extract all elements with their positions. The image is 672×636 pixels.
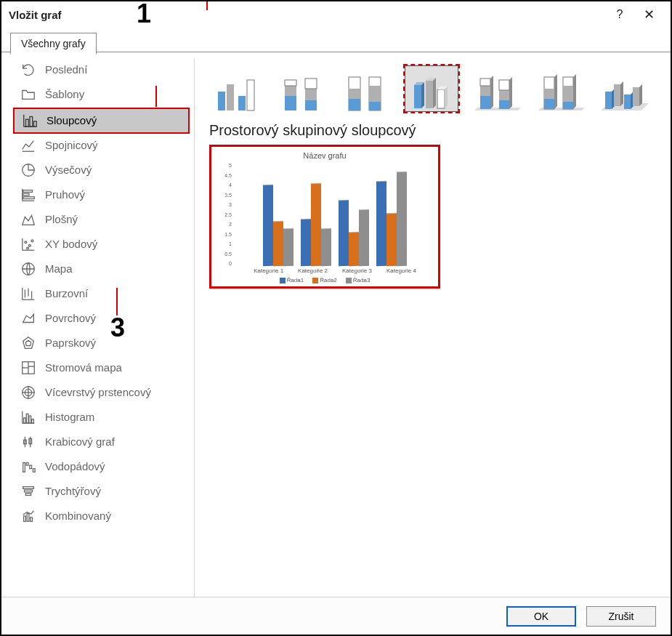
subtype-3d-column[interactable] [598,65,650,112]
svg-rect-87 [499,90,509,100]
folder-icon [20,87,36,102]
bar-group [376,172,407,266]
stock-chart-icon [20,286,36,301]
chart-subtype-panel: 2 [195,58,659,597]
x-axis-labels: Kategorie 1 Kategorie 2 Kategorie 3 Kate… [214,267,435,274]
sidebar-item-label: Šablony [45,88,84,101]
svg-rect-63 [305,89,317,100]
svg-rect-10 [23,197,35,199]
sidebar-item-stock[interactable]: Burzovní [13,282,190,305]
svg-marker-11 [23,216,35,225]
svg-marker-94 [554,74,557,109]
svg-rect-57 [238,96,246,110]
chart-preview[interactable]: Název grafu 54.5 43.5 32.5 21.5 10.5 0 K… [209,145,440,289]
svg-marker-85 [490,76,493,109]
svg-rect-48 [33,469,35,472]
sidebar-item-funnel[interactable]: Trychtýřový [13,480,190,503]
svg-rect-2 [26,119,29,126]
histogram-icon [20,410,36,424]
svg-rect-53 [27,513,29,521]
svg-rect-4 [34,121,37,126]
sidebar-item-boxwhisker[interactable]: Krabicový graf [13,430,190,454]
sidebar-item-label: Krabicový graf [45,435,115,448]
sidebar-item-label: Pruhový [45,188,85,201]
svg-marker-77 [433,78,436,108]
sidebar-item-label: Histogram [45,411,94,424]
bar-chart-icon [20,188,36,202]
sidebar-item-treemap[interactable]: Stromová mapa [13,356,190,379]
svg-rect-70 [369,102,381,110]
svg-rect-38 [26,414,28,423]
undo-icon [20,63,36,77]
sidebar-item-line[interactable]: Spojnicový [13,134,190,157]
svg-rect-64 [305,79,317,89]
sidebar-item-templates[interactable]: Šablony [13,83,190,106]
line-chart-icon [20,138,36,153]
svg-rect-62 [305,100,317,110]
sidebar-item-waterfall[interactable]: Vodopádový [13,455,190,478]
subtype-3d-100-stacked-column[interactable] [534,65,586,112]
subtype-100-stacked-column[interactable] [340,65,392,112]
waterfall-icon [20,459,36,474]
chart-subtype-row [209,61,653,122]
svg-rect-58 [247,80,254,110]
svg-rect-59 [285,96,296,110]
sidebar-item-label: Paprskový [45,337,96,350]
help-button[interactable]: ? [605,8,634,21]
svg-marker-24 [23,315,34,323]
tab-all-charts[interactable]: Všechny grafy [10,33,97,55]
svg-marker-98 [573,74,576,109]
svg-rect-67 [349,99,360,110]
bar [283,228,294,267]
svg-rect-9 [23,193,29,196]
chart-preview-body: 54.5 43.5 32.5 21.5 10.5 0 [214,163,435,266]
sidebar-item-radar[interactable]: Paprskový [13,331,190,355]
sidebar-item-recent[interactable]: Poslední [13,58,190,81]
svg-rect-60 [285,86,296,96]
subtype-3d-stacked-column[interactable] [470,65,522,112]
sidebar-item-label: Burzovní [45,287,88,300]
sidebar-item-surface[interactable]: Povrchový [13,307,190,330]
radar-chart-icon [20,336,36,350]
svg-marker-107 [639,84,642,106]
sidebar-item-label: Trychtýřový [45,485,101,498]
sidebar-item-label: Sloupcový [46,114,97,127]
bar [386,213,397,267]
bar [376,181,386,267]
bar-group [301,183,331,266]
sidebar-item-area[interactable]: Plošný [13,208,190,231]
sidebar-item-bar[interactable]: Pruhový [13,183,190,206]
sidebar-item-xy[interactable]: XY bodový [13,233,190,256]
svg-rect-100 [605,92,612,109]
chart-category-sidebar: 1 Poslední Šablony [13,58,195,597]
subtype-title: Prostorový skupinový sloupcový [209,122,653,139]
svg-rect-55 [218,92,225,110]
bar [397,172,407,267]
y-axis: 54.5 43.5 32.5 21.5 10.5 0 [216,163,233,266]
subtype-stacked-column[interactable] [276,65,328,112]
svg-rect-106 [633,87,639,106]
subtype-clustered-column[interactable] [212,65,264,112]
svg-rect-102 [614,84,620,106]
sidebar-item-map[interactable]: Mapa [13,257,190,281]
svg-point-14 [25,241,27,243]
ok-button[interactable]: OK [506,606,576,627]
subtype-3d-clustered-column[interactable] [405,65,458,112]
sidebar-item-combo[interactable]: Kombinovaný [13,504,190,528]
sidebar-item-column[interactable]: Sloupcový [13,108,190,134]
sidebar-item-sunburst[interactable]: Vícevrstvý prstencový [13,381,190,404]
svg-rect-78 [437,89,445,108]
titlebar: Vložit graf ? ✕ [1,1,671,28]
svg-rect-49 [23,487,34,489]
close-button[interactable]: ✕ [634,7,663,23]
svg-rect-37 [24,418,26,423]
svg-rect-3 [30,117,33,127]
sidebar-item-label: Mapa [45,262,73,275]
bar [311,183,321,267]
sidebar-item-histogram[interactable]: Histogram [13,406,190,429]
sidebar-item-label: Vodopádový [45,460,105,473]
cancel-button[interactable]: Zrušit [586,606,656,627]
svg-rect-104 [624,94,631,109]
svg-marker-74 [421,82,424,108]
sidebar-item-pie[interactable]: Výsečový [13,158,190,182]
